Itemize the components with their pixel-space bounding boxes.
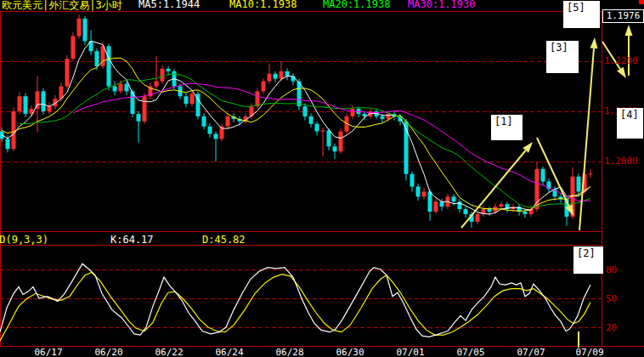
trend-arrow-head [625, 25, 633, 36]
candle-body [119, 84, 123, 92]
price-axis-label: 1.2000 [604, 156, 638, 166]
candle-body [268, 74, 272, 82]
candle-body [327, 130, 331, 146]
candle-body [143, 96, 147, 122]
candle-body [428, 191, 432, 212]
date-axis-label: 06/17 [34, 348, 62, 357]
candle-body [125, 84, 129, 92]
kd-axis-label: 20 [606, 323, 617, 332]
candle-body [190, 94, 195, 104]
candle-body [589, 173, 593, 174]
date-axis-label: 07/05 [456, 348, 484, 357]
candle-body [65, 59, 70, 86]
candle-body [208, 127, 212, 134]
candle-body [523, 212, 528, 214]
candle-body [434, 201, 438, 212]
wave-label: [2] [573, 246, 603, 274]
candle-body [262, 82, 266, 92]
k-value-label: K:64.17 [110, 234, 154, 246]
candle-body [285, 71, 290, 76]
last-price-tag: 1.1976 [602, 9, 644, 23]
wave-label: [1] [491, 115, 523, 140]
wave-label: [4] [617, 108, 643, 139]
candle-body [303, 106, 308, 116]
wave-label: [3] [546, 41, 579, 73]
kd-indicator-legend: KD(9,3,3) K:64.17 D:45.82 [0, 234, 644, 245]
candle-body [113, 87, 117, 92]
candle-body [577, 177, 581, 192]
ma10-legend-value: MA10:1.1938 [229, 0, 297, 10]
candle-body [184, 96, 189, 104]
wave-label: [5] [563, 1, 600, 28]
candle-body [410, 174, 415, 187]
candle-body [339, 132, 343, 152]
ma-line [73, 83, 590, 201]
candle-body [77, 19, 82, 37]
candle-body [416, 187, 421, 197]
candle-body [321, 130, 325, 131]
trend-arrow-shaft [579, 48, 594, 230]
corner-mark [639, 0, 644, 4]
date-axis-label: 06/24 [215, 348, 243, 357]
date-axis-label: 06/20 [94, 348, 122, 357]
date-axis-label: 07/07 [517, 348, 545, 357]
trading-chart-window: 欧元美元|外汇交易|3小时 MA5:1.1944 MA10:1.1938 MA2… [0, 0, 644, 357]
candle-body [137, 114, 141, 122]
candle-body [202, 116, 206, 127]
candle-body [381, 116, 385, 119]
candle-body [422, 191, 427, 196]
date-axis-label: 06/22 [155, 348, 183, 357]
candle-body [18, 96, 22, 111]
candle-body [274, 74, 278, 79]
ma20-legend-value: MA20:1.1938 [323, 0, 390, 10]
candle-body [12, 111, 16, 149]
price-axis-label: 1.2200 [604, 56, 638, 65]
d-value-label: D:45.82 [202, 234, 246, 246]
candle-body [535, 169, 539, 209]
main-chart-legend: 欧元美元|外汇交易|3小时 MA5:1.1944 MA10:1.1938 MA2… [0, 0, 644, 10]
candle-body [333, 146, 337, 151]
trend-arrow-head [590, 37, 597, 48]
kd-axis-label: 50 [606, 294, 617, 303]
candle-body [48, 106, 52, 111]
candle-body [541, 169, 545, 182]
candle-body [500, 204, 504, 207]
candle-body [107, 46, 111, 86]
candle-body [36, 91, 40, 109]
candle-body [452, 196, 456, 201]
kd-params-label: KD(9,3,3) [0, 234, 48, 246]
symbol-title: 欧元美元|外汇交易|3小时 [2, 0, 122, 13]
candle-body [315, 124, 319, 132]
candle-body [256, 91, 260, 106]
candle-body [83, 19, 88, 42]
candle-body [155, 82, 159, 87]
candle-body [95, 51, 99, 66]
oscillator-line [0, 264, 590, 337]
date-axis-label: 07/09 [575, 348, 603, 357]
candle-body [24, 96, 28, 114]
candle-body [488, 209, 492, 212]
date-axis-label: 06/28 [275, 348, 303, 357]
candle-body [214, 134, 218, 139]
candle-body [161, 69, 165, 82]
candle-body [387, 114, 391, 119]
candle-body [6, 139, 10, 149]
candle-body [476, 214, 480, 222]
candle-body [464, 209, 468, 214]
candle-body [167, 69, 171, 71]
candle-body [42, 91, 46, 111]
candle-body [280, 71, 284, 79]
candle-body [440, 201, 444, 207]
date-axis-label: 06/30 [336, 348, 364, 357]
date-axis-label: 07/01 [396, 348, 424, 357]
kd-axis-label: 80 [606, 265, 617, 275]
candle-body [351, 109, 355, 116]
candle-body [71, 37, 76, 60]
candle-body [309, 116, 314, 124]
candle-body [226, 116, 230, 127]
ma30-legend-value: MA30:1.1930 [408, 0, 475, 10]
ma-line [20, 74, 590, 207]
ma5-legend-value: MA5:1.1944 [138, 0, 200, 10]
trend-arrow-head [617, 67, 626, 78]
candle-body [291, 76, 296, 82]
